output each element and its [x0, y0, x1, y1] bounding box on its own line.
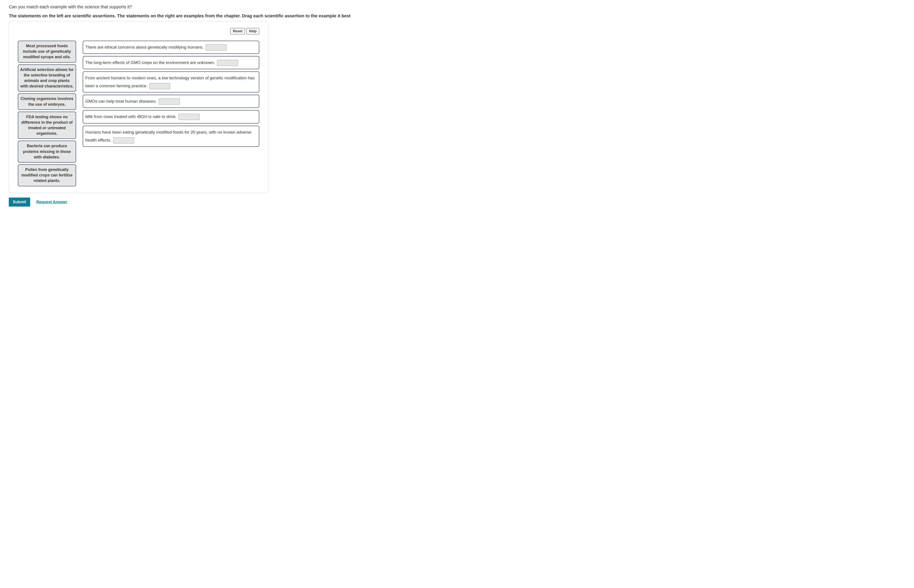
actions-row: Submit Request Answer [9, 197, 905, 207]
target-text: There are ethical concerns about genetic… [85, 45, 204, 49]
drop-zone[interactable] [149, 83, 170, 89]
help-button[interactable]: Help [246, 28, 259, 34]
target-text: Humans have been eating genetically modi… [85, 130, 251, 142]
assertions-column: Most processed foods include use of gene… [18, 40, 76, 186]
assertion-item[interactable]: Artificial selection allows for the sele… [18, 65, 76, 92]
targets-column: There are ethical concerns about genetic… [83, 40, 259, 147]
drop-zone[interactable] [206, 44, 227, 50]
target-item: The long-term effects of GMO crops on th… [83, 56, 259, 69]
target-item: From ancient humans to modern ones, a lo… [83, 71, 259, 92]
question-text: Can you match each example with the scie… [9, 5, 905, 10]
target-item: GMOs can help treat human diseases. [83, 95, 259, 108]
target-text: The long-term effects of GMO crops on th… [85, 60, 215, 65]
drop-zone[interactable] [178, 114, 199, 120]
assertion-item[interactable]: Most processed foods include use of gene… [18, 40, 76, 63]
drop-zone[interactable] [113, 137, 134, 144]
reset-button[interactable]: Reset [230, 28, 245, 34]
target-item: Milk from cows treated with rBGH is safe… [83, 110, 259, 123]
assertion-item[interactable]: Bacteria can produce proteins missing in… [18, 141, 76, 163]
target-item: There are ethical concerns about genetic… [83, 40, 259, 54]
submit-button[interactable]: Submit [9, 197, 30, 207]
drop-zone[interactable] [217, 60, 238, 66]
target-item: Humans have been eating genetically modi… [83, 126, 259, 147]
drag-area: Most processed foods include use of gene… [18, 40, 259, 186]
target-text: GMOs can help treat human diseases. [85, 99, 157, 103]
request-answer-link[interactable]: Request Answer [36, 200, 67, 204]
instruction-text: The statements on the left are scientifi… [9, 13, 905, 18]
target-text: Milk from cows treated with rBGH is safe… [85, 114, 177, 119]
assertion-item[interactable]: Pollen from genetically modified crops c… [18, 164, 76, 186]
drop-zone[interactable] [159, 99, 180, 105]
top-buttons-row: Reset Help [18, 28, 259, 34]
workspace-panel: Reset Help Most processed foods include … [9, 21, 268, 193]
assertion-item[interactable]: FDA testing shows no difference in the p… [18, 111, 76, 139]
assertion-item[interactable]: Cloning organisms involves the use of em… [18, 94, 76, 110]
